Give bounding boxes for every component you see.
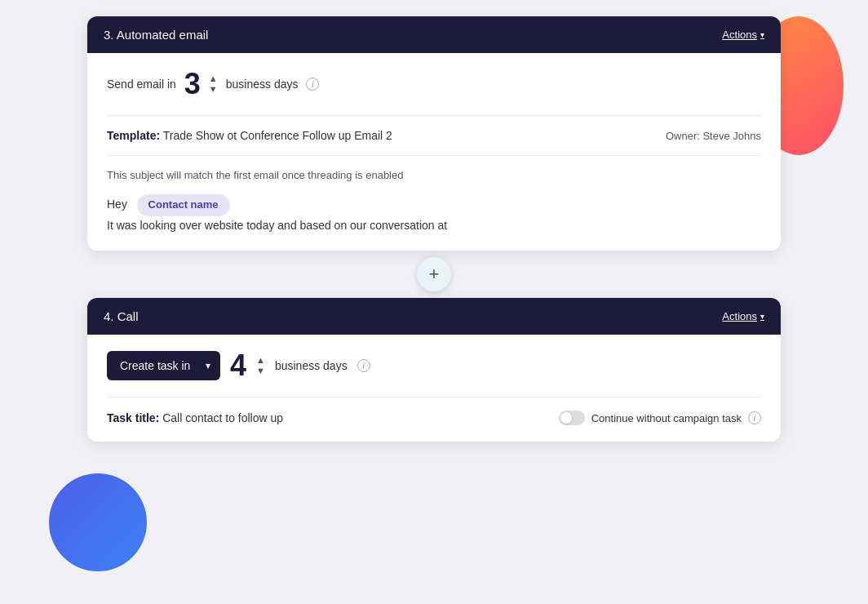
- contact-name-badge: Contact name: [137, 194, 230, 216]
- template-bold: Template:: [107, 129, 160, 142]
- send-days-number: 3: [184, 69, 201, 99]
- divider-1: [107, 115, 761, 116]
- call-header: 4. Call Actions ▾: [87, 298, 781, 335]
- business-days-label-1: business days: [226, 78, 299, 91]
- plus-button-wrapper: +: [417, 251, 451, 298]
- cards-container: 3. Automated email Actions ▾ Send email …: [87, 16, 781, 442]
- create-task-row: Create task in ▾ 4 ▲ ▼ business days i: [107, 351, 761, 380]
- send-email-in-label: Send email in: [107, 78, 176, 91]
- call-body: Create task in ▾ 4 ▲ ▼ business days i: [87, 335, 781, 442]
- template-label: Template: Trade Show ot Conference Follo…: [107, 129, 392, 142]
- call-actions-chevron: ▾: [760, 312, 764, 321]
- owner-label: Owner: Steve Johns: [666, 130, 761, 142]
- call-stepper-down[interactable]: ▼: [256, 366, 265, 375]
- continue-toggle[interactable]: [559, 411, 585, 425]
- task-title-bold: Task title:: [107, 411, 159, 424]
- call-stepper-up[interactable]: ▲: [256, 356, 265, 365]
- call-days-number: 4: [230, 351, 246, 380]
- stepper-down[interactable]: ▼: [209, 85, 218, 94]
- call-days-stepper[interactable]: ▲ ▼: [256, 356, 265, 375]
- task-title-row: Task title: Call contact to follow up Co…: [107, 411, 761, 425]
- email-body-preview: Hey Contact name It was looking over web…: [107, 194, 761, 234]
- page-wrapper: 3. Automated email Actions ▾ Send email …: [0, 0, 868, 604]
- task-title-value: Call contact to follow up: [159, 411, 283, 424]
- business-days-info-icon-1[interactable]: i: [306, 78, 319, 91]
- automated-email-body: Send email in 3 ▲ ▼ business days i Temp…: [87, 53, 781, 251]
- automated-email-title: 3. Automated email: [104, 28, 208, 42]
- actions-label: Actions: [722, 29, 757, 41]
- continue-info-icon[interactable]: i: [748, 411, 761, 424]
- days-stepper[interactable]: ▲ ▼: [209, 74, 218, 94]
- add-step-button[interactable]: +: [417, 257, 451, 291]
- actions-chevron: ▾: [760, 30, 764, 39]
- business-days-info-icon-2[interactable]: i: [357, 359, 370, 372]
- call-actions[interactable]: Actions ▾: [722, 310, 764, 322]
- task-title-label: Task title: Call contact to follow up: [107, 411, 283, 424]
- automated-email-card: 3. Automated email Actions ▾ Send email …: [87, 16, 781, 251]
- create-task-select-wrapper[interactable]: Create task in ▾: [107, 351, 220, 380]
- blob-blue-decoration: [49, 473, 147, 571]
- call-actions-label: Actions: [722, 310, 757, 322]
- automated-email-header: 3. Automated email Actions ▾: [87, 16, 781, 53]
- send-row: Send email in 3 ▲ ▼ business days i: [107, 69, 761, 99]
- subject-line: This subject will match the first email …: [107, 169, 761, 181]
- template-row: Template: Trade Show ot Conference Follo…: [107, 129, 761, 142]
- create-task-select[interactable]: Create task in: [107, 351, 220, 380]
- divider-2: [107, 155, 761, 156]
- template-value: Trade Show ot Conference Follow up Email…: [160, 129, 392, 142]
- continue-label: Continue without campaign task: [591, 412, 742, 424]
- call-title: 4. Call: [104, 309, 139, 323]
- business-days-label-2: business days: [275, 359, 348, 372]
- call-divider: [107, 397, 761, 397]
- email-body-text: It was looking over website today and ba…: [107, 219, 447, 232]
- stepper-up[interactable]: ▲: [209, 74, 218, 83]
- continue-row: Continue without campaign task i: [559, 411, 761, 425]
- hey-text: Hey: [107, 198, 127, 211]
- call-card: 4. Call Actions ▾ Create task in ▾ 4: [87, 298, 781, 442]
- automated-email-actions[interactable]: Actions ▾: [722, 29, 764, 41]
